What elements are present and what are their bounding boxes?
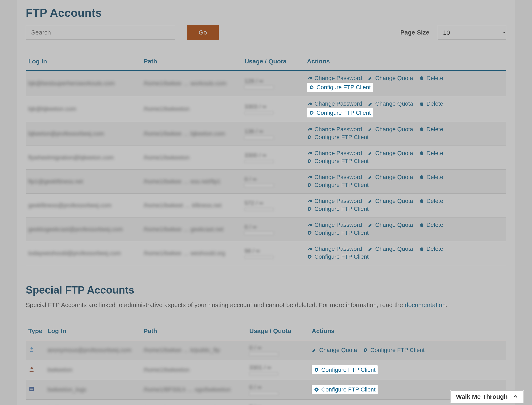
configure-ftp-client-link[interactable]: Configure FTP Client bbox=[307, 253, 369, 260]
gear-icon bbox=[307, 230, 312, 236]
pencil-icon bbox=[312, 347, 317, 353]
gear-icon bbox=[314, 367, 319, 372]
configure-ftp-client-link[interactable]: Configure FTP Client bbox=[307, 182, 369, 188]
login-cell: bwkeeton bbox=[47, 366, 72, 373]
go-button[interactable]: Go bbox=[187, 25, 219, 40]
pencil-icon bbox=[368, 150, 373, 156]
path-cell: /home1/bwkee … geekcast.net bbox=[144, 226, 223, 232]
usage-bar bbox=[244, 232, 273, 235]
path-cell: /home1/bwkee … bjkeeton.com bbox=[144, 130, 225, 137]
change-quota-link[interactable]: Change Quota bbox=[368, 246, 413, 252]
table-row: ftp1@geekfitness.net/home1/bwkee … ess.n… bbox=[26, 170, 506, 194]
change-password-link[interactable]: Change Password bbox=[307, 246, 362, 252]
delete-link[interactable]: Delete bbox=[419, 75, 443, 81]
col-usage-special[interactable]: Usage / Quota bbox=[247, 322, 309, 340]
gear-icon bbox=[307, 254, 312, 259]
key-icon bbox=[307, 246, 312, 252]
table-row: geektogeekcast@professorbeej.com/home1/b… bbox=[26, 217, 506, 241]
trash-icon bbox=[419, 127, 424, 132]
change-quota-link[interactable]: Change Quota bbox=[368, 198, 413, 204]
col-login[interactable]: Log In bbox=[26, 52, 141, 70]
login-cell: ftp1@geekfitness.net bbox=[28, 178, 83, 185]
delete-link[interactable]: Delete bbox=[419, 150, 443, 156]
delete-link[interactable]: Delete bbox=[419, 126, 443, 133]
special-intro: Special FTP Accounts are linked to admin… bbox=[26, 300, 506, 310]
key-icon bbox=[307, 222, 312, 228]
usage-cell: 0 / ∞ bbox=[244, 224, 257, 230]
pencil-icon bbox=[368, 127, 373, 132]
login-cell: todayweshould@professorbeej.com bbox=[28, 250, 121, 256]
trash-icon bbox=[419, 75, 424, 81]
configure-ftp-client-link[interactable]: Configure FTP Client bbox=[312, 385, 378, 394]
pencil-icon bbox=[368, 246, 373, 252]
change-quota-link[interactable]: Change Quota bbox=[368, 75, 413, 81]
pencil-icon bbox=[368, 175, 373, 180]
delete-link[interactable]: Delete bbox=[419, 198, 443, 204]
key-icon bbox=[307, 150, 312, 156]
usage-cell: 0 / ∞ bbox=[249, 344, 261, 351]
login-cell: bjk@bjkeeton.com bbox=[28, 106, 76, 112]
delete-link[interactable]: Delete bbox=[419, 222, 443, 228]
change-password-link[interactable]: Change Password bbox=[307, 75, 362, 81]
configure-ftp-client-link[interactable]: Configure FTP Client bbox=[307, 206, 369, 212]
path-cell: /home1/bwkeeton bbox=[144, 366, 190, 373]
key-icon bbox=[307, 75, 312, 81]
col-path[interactable]: Path bbox=[141, 52, 242, 70]
table-row: bwkeeton/home1/bwkeeton3301 / ∞Configure… bbox=[26, 360, 506, 380]
usage-bar bbox=[244, 160, 273, 163]
walk-me-through-button[interactable]: Walk Me Through bbox=[450, 391, 524, 403]
usage-cell: 98 / ∞ bbox=[244, 248, 260, 254]
change-quota-link[interactable]: Change Quota bbox=[368, 101, 413, 107]
delete-link[interactable]: Delete bbox=[419, 101, 443, 107]
usage-cell: 0 / ∞ bbox=[249, 384, 261, 391]
configure-ftp-client-link[interactable]: Configure FTP Client bbox=[307, 134, 369, 141]
pencil-icon bbox=[368, 75, 373, 81]
login-cell: bwkeeton_logs bbox=[47, 386, 86, 393]
change-password-link[interactable]: Change Password bbox=[307, 126, 362, 133]
change-password-link[interactable]: Change Password bbox=[307, 174, 362, 181]
path-cell: /home1/bwkee … ess.net/ftp1 bbox=[144, 178, 220, 185]
walk-me-through-label: Walk Me Through bbox=[456, 393, 508, 400]
gear-icon bbox=[307, 135, 312, 140]
gear-icon bbox=[309, 85, 314, 90]
change-password-link[interactable]: Change Password bbox=[307, 198, 362, 204]
configure-ftp-client-link[interactable]: Configure FTP Client bbox=[312, 365, 378, 374]
change-password-link[interactable]: Change Password bbox=[307, 150, 362, 156]
change-quota-link[interactable]: Change Quota bbox=[368, 126, 413, 133]
user-main-icon bbox=[28, 366, 35, 372]
usage-cell: 0 / ∞ bbox=[249, 404, 261, 405]
configure-ftp-client-link[interactable]: Configure FTP Client bbox=[307, 230, 369, 236]
configure-ftp-client-link[interactable]: Configure FTP Client bbox=[307, 83, 373, 92]
change-password-link[interactable]: Change Password bbox=[307, 101, 362, 107]
col-path-special[interactable]: Path bbox=[141, 322, 247, 340]
configure-ftp-client-link[interactable]: Configure FTP Client bbox=[307, 108, 373, 117]
pencil-icon bbox=[368, 222, 373, 228]
change-quota-link[interactable]: Change Quota bbox=[368, 174, 413, 181]
configure-ftp-client-link[interactable]: Configure FTP Client bbox=[307, 158, 369, 164]
login-cell: bjk@bestsuperheroworkouts.com bbox=[28, 80, 115, 87]
change-quota-link[interactable]: Change Quota bbox=[368, 222, 413, 228]
delete-link[interactable]: Delete bbox=[419, 246, 443, 252]
user-anon-icon bbox=[28, 346, 35, 353]
path-cell: /home1/bwkeeton bbox=[144, 106, 190, 112]
change-quota-link[interactable]: Change Quota bbox=[312, 347, 357, 353]
table-row: ftp@professorbeej.com/home1/bwkee … k/pu… bbox=[26, 400, 506, 405]
col-login-special[interactable]: Log In bbox=[45, 322, 141, 340]
pagesize-select[interactable]: 10 bbox=[438, 25, 506, 40]
key-icon bbox=[307, 198, 312, 204]
key-icon bbox=[307, 127, 312, 132]
gear-icon bbox=[307, 206, 312, 212]
gear-icon bbox=[309, 110, 314, 116]
search-input[interactable] bbox=[26, 25, 175, 40]
col-usage[interactable]: Usage / Quota bbox=[242, 52, 305, 70]
delete-link[interactable]: Delete bbox=[419, 174, 443, 181]
usage-bar bbox=[249, 352, 278, 356]
ftp-accounts-table: Log In Path Usage / Quota Actions bjk@be… bbox=[26, 52, 506, 265]
usage-cell: 136 / ∞ bbox=[244, 128, 263, 135]
change-quota-link[interactable]: Change Quota bbox=[368, 150, 413, 156]
configure-ftp-client-link[interactable]: Configure FTP Client bbox=[363, 347, 425, 353]
path-cell: /home1/bwkeet … kfitness.net bbox=[144, 202, 221, 209]
documentation-link[interactable]: documentation bbox=[405, 302, 446, 308]
change-password-link[interactable]: Change Password bbox=[307, 222, 362, 228]
usage-bar bbox=[244, 136, 273, 139]
